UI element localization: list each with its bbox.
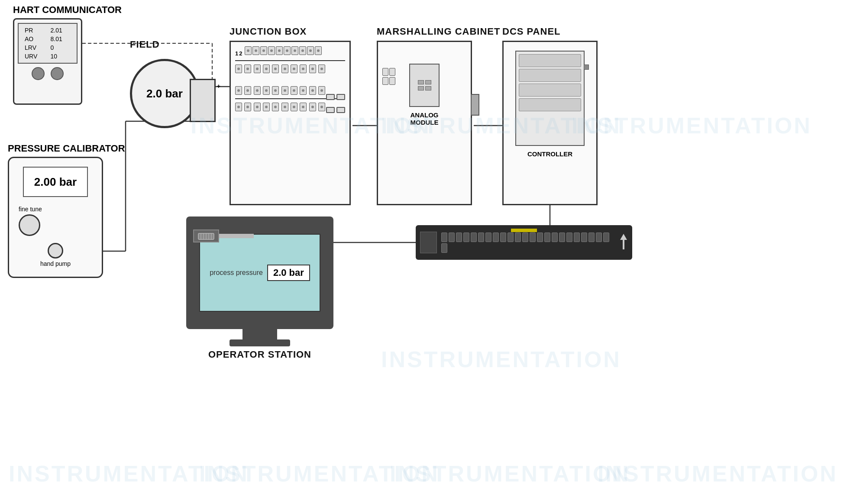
jb-top-strip: 1 2 (235, 46, 345, 57)
dcs-slot-1 (519, 54, 581, 67)
hart-param-ao: AO (23, 35, 48, 43)
jb-conn-box-3 (326, 107, 335, 113)
switch-port-11 (515, 233, 521, 242)
mc-io-2 (425, 80, 431, 84)
monitor-ethernet-port (193, 229, 219, 242)
dcs-eth-connector (584, 65, 589, 70)
fine-tune-knob[interactable] (19, 214, 40, 236)
jb-terminal-l7 (291, 86, 297, 95)
jb-conn-box-2 (336, 94, 345, 100)
hart-button-right[interactable] (51, 67, 64, 80)
mc-left-terminals (382, 68, 395, 85)
switch-port-6 (478, 233, 484, 242)
switch-port-23 (603, 233, 609, 242)
switch-port-21 (588, 233, 595, 242)
jb-terminal-l9 (309, 86, 316, 95)
hart-row-lrv: LRV 0 (23, 44, 72, 52)
switch-ports (441, 233, 614, 253)
jb-terminal-6 (284, 46, 291, 55)
jb-terminal-l5 (272, 86, 279, 95)
analog-module-box (409, 64, 440, 107)
hart-param-pr: PR (23, 26, 48, 34)
mc-right-connector (471, 94, 479, 116)
switch-port-2 (449, 233, 455, 242)
switch-port-15 (544, 233, 550, 242)
marshalling-cabinet: MARSHALLING CABINET ANALOGMODULE (377, 26, 500, 205)
hart-param-lrv: LRV (23, 44, 48, 52)
jb-terminal-ll6 (281, 103, 288, 111)
switch-port-17 (559, 233, 565, 242)
pressure-calibrator: PRESSURE CALIBRATOR 2.00 bar fine tune h… (8, 143, 125, 278)
switch-port-3 (456, 233, 462, 242)
svg-marker-23 (620, 234, 627, 249)
jb-terminal-ll7 (291, 103, 297, 111)
hart-communicator: HART COMMUNICATOR PR 2.01 AO 8.01 LRV 0 … (13, 4, 122, 105)
jb-terminal-l6 (281, 86, 288, 95)
jb-terminal-5 (276, 46, 283, 55)
watermark-8: INSTRUMENTATION (381, 346, 621, 372)
field-label: FIELD (130, 39, 199, 50)
jb-terminal-10 (315, 46, 322, 55)
switch-port-13 (530, 233, 536, 242)
analog-module-label: ANALOGMODULE (382, 111, 466, 126)
jb-terminal-b4 (263, 65, 270, 73)
switch-port-1 (441, 233, 447, 242)
hart-button-left[interactable] (32, 67, 45, 80)
dcs-slot-4 (519, 98, 581, 111)
monitor-base (230, 339, 290, 346)
mc-term-row2 (382, 77, 395, 85)
mc-io-1 (418, 80, 424, 84)
jb-terminal-l10 (318, 86, 325, 95)
operator-station-label: OPERATOR STATION (186, 349, 333, 360)
eth-cable (219, 234, 254, 238)
jb-device: 1 2 (230, 41, 351, 205)
jb-terminal-b2 (244, 65, 251, 73)
switch-port-16 (552, 233, 558, 242)
monitor-stand (242, 329, 277, 339)
hart-param-urv: URV (23, 52, 48, 60)
hart-buttons (18, 67, 78, 80)
switch-port-9 (500, 233, 506, 242)
dcs-inner (515, 51, 585, 146)
jb-strip-top (245, 46, 337, 55)
process-value: 2.0 bar (267, 265, 310, 281)
jb-terminal-ll2 (244, 103, 251, 111)
switch-port-5 (471, 233, 477, 242)
hart-row-pr: PR 2.01 (23, 26, 72, 34)
jb-strip-lower1 (235, 86, 345, 95)
switch-led (511, 229, 537, 232)
jb-terminal-b5 (272, 65, 279, 73)
watermark-2: INSTRUMENTATION (199, 461, 440, 487)
jb-num-2: 2 (239, 50, 242, 57)
jb-terminal-8 (299, 46, 306, 55)
mc-term-2 (389, 68, 395, 76)
hart-screen: PR 2.01 AO 8.01 LRV 0 URV 10 (18, 23, 78, 64)
switch-port-7 (485, 233, 491, 242)
switch-port-18 (566, 233, 572, 242)
dcs-device: CONTROLLER (502, 41, 598, 205)
uplink-arrow-icon (619, 233, 628, 250)
operator-station: process pressure 2.0 bar OPERATOR STATIO… (186, 216, 333, 360)
jb-terminal-b10 (318, 65, 325, 73)
mc-term-4 (389, 77, 395, 85)
mc-term-1 (382, 68, 388, 76)
hart-row-urv: URV 10 (23, 52, 72, 60)
ethernet-icon (197, 232, 215, 240)
hand-pump-bulb[interactable] (48, 243, 63, 258)
hart-value-lrv: 0 (49, 44, 72, 52)
switch-port-22 (596, 233, 602, 242)
mc-io-4 (425, 86, 431, 90)
watermark-3: INSTRUMENTATION (390, 461, 630, 487)
jb-conn-2 (326, 107, 345, 113)
switch-body (416, 225, 632, 260)
dcs-panel: DCS PANEL CONTROLLER (502, 26, 598, 205)
field-section: FIELD 2.0 bar + (130, 39, 199, 128)
jb-terminal-l2 (244, 86, 251, 95)
network-switch (416, 225, 632, 260)
hart-device: PR 2.01 AO 8.01 LRV 0 URV 10 (13, 18, 82, 105)
jb-terminal-3 (260, 46, 267, 55)
junction-box-label: JUNCTION BOX (230, 26, 351, 37)
switch-port-4 (463, 233, 469, 242)
mc-term-3 (382, 77, 388, 85)
switch-port-20 (581, 233, 587, 242)
